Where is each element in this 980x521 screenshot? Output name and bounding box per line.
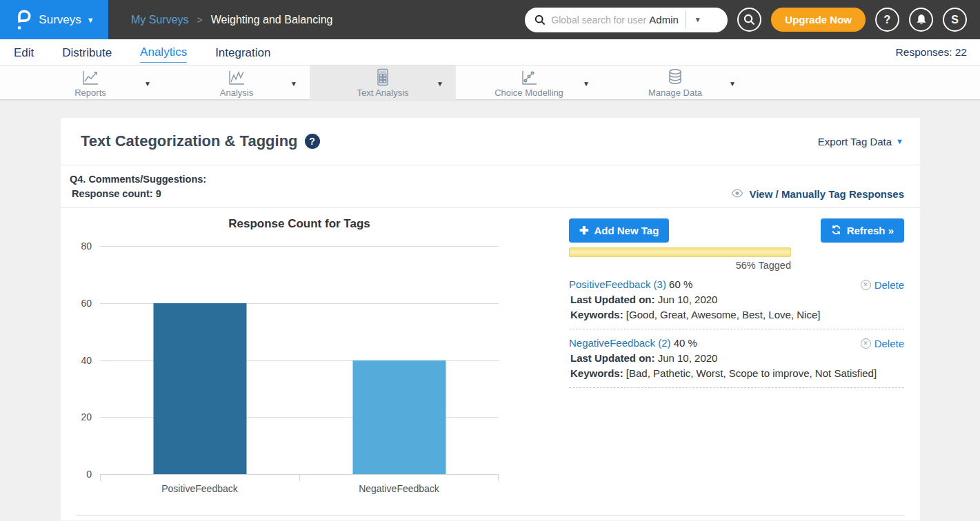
bar-NegativeFeedback[interactable] — [352, 360, 446, 475]
tags-section: ✚ Add New Tag Refresh » — [508, 208, 920, 494]
delete-label: Delete — [874, 338, 904, 349]
tab-reports[interactable]: Reports ▼ — [17, 65, 163, 100]
circle-x-icon: ✕ — [861, 338, 871, 349]
x-axis-line — [100, 474, 499, 480]
search-scope-caret-icon[interactable]: ▼ — [686, 16, 706, 23]
tab-label: Reports — [74, 88, 106, 98]
view-manually-tag-link[interactable]: View / Manually Tag Responses — [730, 188, 904, 200]
reports-caret-icon[interactable]: ▼ — [144, 80, 151, 88]
breadcrumb-separator-icon: > — [197, 14, 203, 25]
chart-plot: 020406080 — [100, 246, 499, 474]
tag-row: PositiveFeedback (3) 60 % Last Updated o… — [569, 278, 904, 329]
x-axis-labels: PositiveFeedbackNegativeFeedback — [100, 480, 499, 494]
tab-choice-modelling[interactable]: Choice Modelling ▼ — [456, 65, 602, 100]
global-search-input[interactable] — [551, 14, 646, 25]
tagging-progress-bar — [569, 247, 791, 257]
plus-icon: ✚ — [579, 224, 588, 237]
tab-manage-data[interactable]: Manage Data ▼ — [602, 65, 748, 100]
refresh-icon — [831, 225, 841, 237]
last-updated-label: Last Updated on: — [570, 294, 655, 305]
top-header: Surveys ▼ My Surveys > Weighting and Bal… — [0, 0, 980, 39]
zigzag-chart-icon — [228, 69, 246, 86]
text-analysis-caret-icon[interactable]: ▼ — [437, 80, 443, 88]
y-axis-tick-label: 0 — [67, 469, 92, 480]
x-axis-label: PositiveFeedback — [100, 480, 299, 494]
export-tag-data-label: Export Tag Data — [818, 136, 892, 147]
add-new-tag-label: Add New Tag — [594, 225, 659, 236]
circle-x-icon: ✕ — [861, 280, 871, 290]
bar-PositiveFeedback[interactable] — [153, 303, 246, 474]
avatar[interactable]: S — [943, 8, 967, 32]
avatar-initial: S — [951, 14, 959, 26]
nav-integration[interactable]: Integration — [215, 42, 270, 63]
choice-modelling-caret-icon[interactable]: ▼ — [583, 80, 590, 88]
notifications-button[interactable] — [909, 8, 933, 32]
page-title: Text Categorization & Tagging — [81, 132, 298, 150]
help-button[interactable]: ? — [875, 8, 899, 32]
app-logo-menu[interactable]: Surveys ▼ — [0, 0, 108, 39]
nav-edit[interactable]: Edit — [14, 42, 34, 63]
keywords-value: [Good, Great, Awesome, Best, Love, Nice] — [626, 309, 821, 320]
search-icon — [534, 14, 546, 25]
tag-last-updated: Last Updated on: Jun 10, 2020 — [569, 352, 904, 364]
delete-tag-button[interactable]: ✕ Delete — [861, 338, 904, 349]
upgrade-now-button[interactable]: Upgrade Now — [771, 8, 866, 32]
search-icon — [743, 14, 755, 25]
tag-last-updated: Last Updated on: Jun 10, 2020 — [569, 294, 904, 305]
header-search-button[interactable] — [737, 8, 761, 32]
text-tagging-card: Text Categorization & Tagging ? Export T… — [61, 118, 920, 520]
delete-label: Delete — [874, 279, 904, 291]
breadcrumb-survey-title: Weighting and Balancing — [211, 14, 333, 26]
header-actions: Admin ▼ Upgrade Now ? S — [525, 8, 980, 32]
tag-name-link[interactable]: PositiveFeedback (3) — [569, 278, 666, 290]
nav-analytics[interactable]: Analytics — [140, 41, 187, 63]
tab-label: Manage Data — [648, 88, 702, 98]
analysis-caret-icon[interactable]: ▼ — [290, 80, 297, 88]
tab-label: Choice Modelling — [494, 88, 563, 98]
chart-section: Response Count for Tags 020406080 Positi… — [61, 208, 508, 494]
tag-percent: 60 % — [669, 278, 692, 290]
manage-data-caret-icon[interactable]: ▼ — [729, 80, 736, 88]
tab-analysis[interactable]: Analysis ▼ — [163, 65, 310, 100]
eye-icon — [730, 188, 744, 200]
text-document-icon — [376, 69, 390, 86]
refresh-button[interactable]: Refresh » — [821, 218, 904, 243]
search-scope-selector[interactable]: Admin — [649, 14, 679, 25]
tab-text-analysis[interactable]: Text Analysis ▼ — [310, 65, 456, 100]
breadcrumb-my-surveys[interactable]: My Surveys — [131, 14, 189, 26]
delete-tag-button[interactable]: ✕ Delete — [861, 279, 904, 291]
add-new-tag-button[interactable]: ✚ Add New Tag — [569, 218, 669, 243]
last-updated-value: Jun 10, 2020 — [658, 294, 718, 305]
question-mark-icon: ? — [884, 14, 891, 26]
bell-icon — [916, 14, 927, 25]
title-help-icon[interactable]: ? — [305, 134, 320, 149]
product-name: Surveys — [39, 13, 81, 27]
view-manually-tag-label: View / Manually Tag Responses — [749, 188, 904, 200]
tag-title: NegativeFeedback (2) 40 % — [569, 337, 904, 349]
surveys-caret-icon: ▼ — [87, 16, 94, 24]
survey-nav: Edit Distribute Analytics Integration Re… — [0, 39, 980, 65]
export-caret-icon: ▼ — [896, 137, 903, 145]
tagging-progress-label: 56% Tagged — [569, 260, 791, 271]
last-updated-label: Last Updated on: — [570, 352, 655, 364]
database-icon — [667, 69, 683, 86]
gridline — [100, 246, 499, 247]
questionpro-logo-icon — [14, 8, 32, 32]
y-axis-tick-label: 20 — [67, 411, 92, 422]
question-block: Q4. Comments/Suggestions: Response count… — [61, 165, 920, 207]
tag-title: PositiveFeedback (3) 60 % — [569, 278, 904, 290]
nav-distribute[interactable]: Distribute — [62, 42, 112, 63]
breadcrumb: My Surveys > Weighting and Balancing — [131, 14, 332, 26]
keywords-label: Keywords: — [570, 309, 623, 320]
y-axis-tick-label: 40 — [67, 355, 92, 366]
tab-label: Text Analysis — [357, 88, 408, 98]
refresh-label: Refresh » — [847, 225, 894, 236]
x-axis-label: NegativeFeedback — [299, 480, 499, 494]
line-chart-icon — [81, 69, 99, 86]
tag-row: NegativeFeedback (2) 40 % Last Updated o… — [569, 337, 904, 388]
export-tag-data-dropdown[interactable]: Export Tag Data ▼ — [818, 136, 903, 147]
tag-name-link[interactable]: NegativeFeedback (2) — [569, 337, 671, 349]
analytics-toolbar: Reports ▼ Analysis ▼ Text Analysis ▼ — [0, 65, 980, 100]
global-search[interactable]: Admin ▼ — [525, 8, 728, 32]
scatter-chart-icon — [520, 69, 538, 86]
